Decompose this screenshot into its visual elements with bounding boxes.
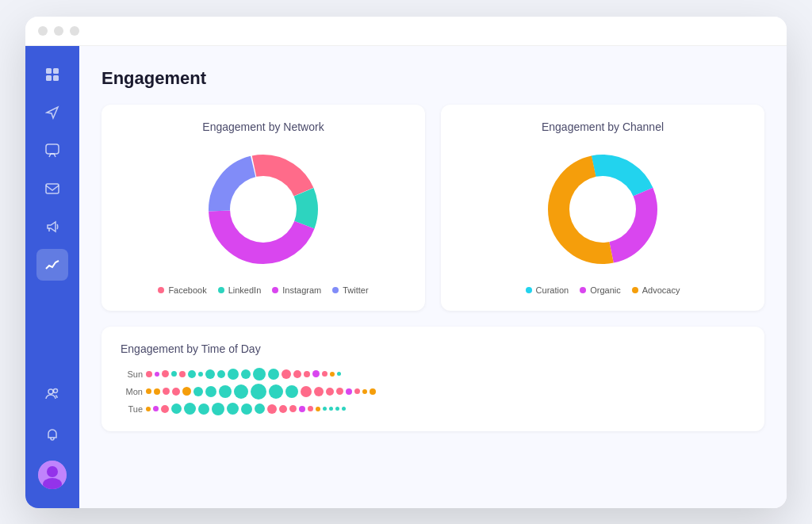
legend-item-curation: Curation [526,285,569,295]
bubble [329,407,333,411]
svg-point-7 [54,388,58,392]
bubble [370,388,376,395]
svg-rect-5 [46,184,59,193]
legend-item-advocacy: Advocacy [632,285,680,295]
legend-dot-instagram [272,287,278,293]
bubble [289,405,297,412]
bubble [172,388,180,396]
legend-item-facebook: Facebook [158,285,206,295]
svg-point-6 [48,389,53,394]
bubble [188,370,196,378]
bubble [153,406,159,411]
sidebar [25,46,79,508]
sidebar-item-users[interactable] [36,378,68,410]
bubble [255,404,265,414]
sidebar-item-chart[interactable] [36,249,68,281]
channel-donut-container [457,146,749,273]
sidebar-item-chat[interactable] [36,135,68,166]
bubble [314,387,324,396]
legend-label-advocacy: Advocacy [642,285,680,295]
legend-label-twitter: Twitter [343,285,368,295]
row-label: Mon [121,387,143,396]
legend-label-curation: Curation [536,285,569,295]
legend-item-twitter: Twitter [332,285,368,295]
bubble [253,368,266,381]
bubble [179,371,186,377]
bubble [268,369,279,380]
bubble [146,388,151,394]
bubble [335,407,339,411]
bubble [184,403,196,415]
time-chart-title: Engagement by Time of Day [121,342,745,355]
network-donut-hole [230,176,297,243]
sidebar-item-send[interactable] [36,97,68,128]
legend-dot-organic [580,287,586,293]
bubble [219,385,232,398]
bubble [162,370,169,377]
title-bar [25,17,787,46]
bubble [354,388,360,394]
bubble [336,388,343,395]
svg-point-9 [47,466,58,477]
bubble [299,406,305,412]
svg-rect-2 [46,75,52,81]
legend-label-linkedin: LinkedIn [228,285,262,295]
bubble-row: Mon [121,384,745,400]
legend-label-facebook: Facebook [168,285,206,295]
bubble-chart: SunMonTue [121,368,745,415]
legend-dot-curation [526,287,532,293]
bubble [163,388,170,395]
bubble [322,371,327,377]
bubble [312,370,320,377]
bubble [330,372,335,377]
network-donut-container [117,146,409,273]
bubble [234,384,248,399]
row-label: Sun [121,369,143,379]
legend-dot-linkedin [218,287,224,293]
bubble [205,369,215,379]
channel-chart-title: Engagement by Channel [457,120,749,133]
bubble [241,404,252,415]
page-title: Engagement [102,68,764,89]
bubble [198,404,209,415]
sidebar-bottom [36,378,68,495]
bubble [337,372,341,376]
bubble [227,403,239,415]
svg-rect-4 [46,144,59,154]
sidebar-item-grid[interactable] [36,59,68,90]
bubble [198,372,203,377]
network-legend: Facebook LinkedIn Instagram Twitter [117,285,409,295]
bubble-row: Tue [121,403,745,415]
browser-window: Engagement Engagement by Network [25,17,787,508]
svg-rect-3 [53,75,59,81]
bubble [161,405,169,413]
channel-donut-hole [569,176,636,243]
sidebar-item-bell[interactable] [36,419,68,451]
legend-item-linkedin: LinkedIn [218,285,262,295]
sidebar-item-megaphone[interactable] [36,211,68,243]
bubble [241,369,251,379]
sidebar-item-mail[interactable] [36,173,68,205]
app-layout: Engagement Engagement by Network [25,46,787,508]
bubble [267,404,277,414]
bubble [269,384,283,399]
legend-dot-twitter [332,287,339,293]
bubble-cells [146,368,341,381]
legend-dot-facebook [158,287,164,293]
bubble [323,407,327,411]
bubble [217,370,225,378]
legend-item-organic: Organic [580,285,621,295]
charts-row: Engagement by Network [102,105,764,311]
bubble [304,371,310,377]
bubble [205,386,216,397]
bubble [193,387,203,396]
svg-rect-0 [46,68,52,74]
time-chart-card: Engagement by Time of Day SunMonTue [102,327,764,431]
bubble [146,407,151,411]
row-label: Tue [121,404,143,414]
bubble [293,370,301,378]
bubble-cells [146,403,346,415]
channel-chart-card: Engagement by Channel Cu [441,105,764,311]
bubble [342,407,346,411]
avatar[interactable] [38,461,67,489]
